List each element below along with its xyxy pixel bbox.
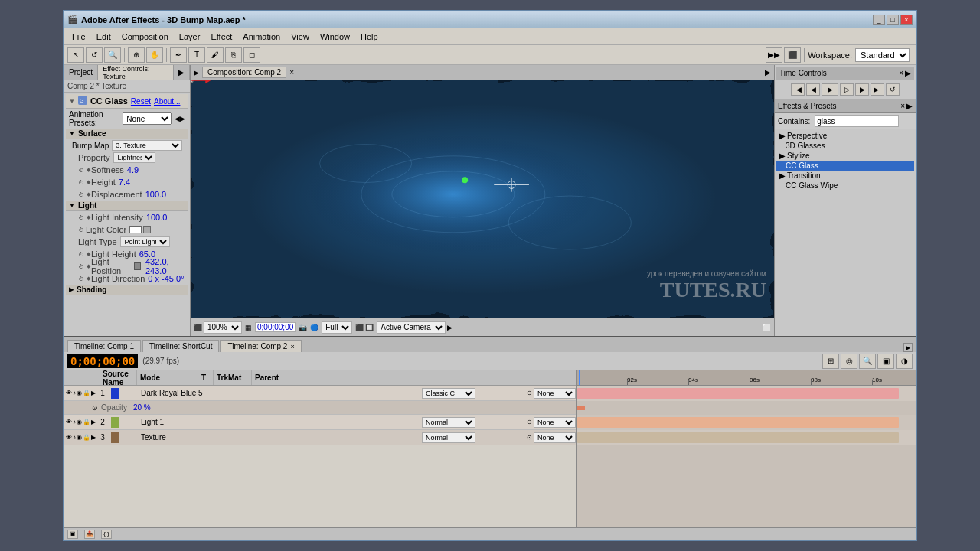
- motion-blur[interactable]: ◑: [896, 354, 913, 369]
- minimize-button[interactable]: _: [873, 15, 885, 25]
- light-intensity-keyframe[interactable]: ◆: [87, 214, 90, 220]
- layer2-expand[interactable]: ▶: [91, 419, 96, 425]
- layer2-mode[interactable]: Normal: [422, 417, 475, 428]
- maximize-button[interactable]: □: [887, 15, 899, 25]
- cc-glass-wipe-item[interactable]: CC Glass Wipe: [776, 181, 914, 191]
- layer1-lock[interactable]: 🔒: [83, 390, 90, 396]
- comp-camera-select[interactable]: Active Camera: [377, 321, 446, 334]
- status-output[interactable]: 📤: [84, 530, 95, 539]
- layer3-eye[interactable]: 👁: [66, 434, 72, 441]
- light-color-swatch-alt[interactable]: [143, 226, 151, 233]
- layer1-mode[interactable]: Classic C: [422, 388, 475, 399]
- comp-panel-icon[interactable]: ▶: [194, 69, 199, 77]
- comp-zoom-select[interactable]: 100%: [204, 321, 242, 334]
- loop-button[interactable]: ↺: [886, 83, 900, 96]
- timeline-shortcut-tab[interactable]: Timeline: ShortCut: [142, 340, 219, 352]
- ram-preview[interactable]: ▶▶: [766, 47, 782, 63]
- height-keyframe[interactable]: ◆: [87, 179, 90, 185]
- opacity-stopwatch[interactable]: ⊙: [92, 404, 98, 412]
- height-value[interactable]: 7.4: [119, 178, 130, 187]
- light-position-value[interactable]: 432.0, 243.0: [145, 257, 185, 276]
- layer1-parent[interactable]: None: [534, 388, 576, 399]
- time-controls-expand[interactable]: ▶: [905, 69, 911, 77]
- output-module[interactable]: ⬛: [784, 47, 801, 63]
- light-dir-stopwatch[interactable]: ⏱: [78, 276, 84, 282]
- layer3-solo[interactable]: ◉: [77, 434, 82, 441]
- layer3-audio[interactable]: ♪: [73, 434, 76, 441]
- height-stopwatch[interactable]: ⏱: [78, 179, 84, 186]
- clone-tool[interactable]: ⎘: [225, 47, 242, 63]
- comp-region-interest[interactable]: ⬜: [763, 324, 771, 331]
- first-frame-button[interactable]: |◀: [791, 83, 805, 96]
- solo-mode[interactable]: ◎: [841, 354, 858, 369]
- timeline-bars[interactable]: 02s 04s 06s 08s 10s: [577, 370, 916, 527]
- layer3-mode[interactable]: Normal: [422, 432, 475, 443]
- bump-map-select[interactable]: 3. Texture: [112, 140, 182, 151]
- light-height-keyframe[interactable]: ◆: [87, 251, 90, 257]
- softness-value[interactable]: 4.9: [127, 165, 139, 174]
- softness-keyframe[interactable]: ◆: [87, 167, 90, 173]
- light-section[interactable]: ▼ Light: [66, 201, 188, 211]
- menu-edit[interactable]: Edit: [92, 31, 116, 43]
- light-pos-stopwatch[interactable]: ⏱: [78, 263, 84, 270]
- time-controls-close[interactable]: ×: [899, 69, 903, 77]
- layer3-lock[interactable]: 🔒: [83, 434, 90, 441]
- light-pos-icon[interactable]: [134, 262, 141, 270]
- timeline-comp2-tab[interactable]: Timeline: Comp 2 ×: [220, 340, 301, 352]
- brush-tool[interactable]: 🖌: [207, 47, 224, 63]
- orbit-tool[interactable]: ⊕: [128, 47, 145, 63]
- layer1-expand[interactable]: ▶: [91, 390, 96, 396]
- layer1-name[interactable]: Dark Royal Blue 5: [141, 389, 422, 397]
- zoom-tool[interactable]: 🔍: [104, 47, 121, 63]
- about-button[interactable]: About...: [154, 97, 180, 106]
- 3d-glasses-item[interactable]: 3D Glasses: [776, 141, 914, 151]
- comp-tab-close[interactable]: ×: [289, 68, 294, 77]
- perspective-category[interactable]: ▶ Perspective: [776, 131, 914, 141]
- displacement-stopwatch[interactable]: ⏱: [78, 191, 84, 198]
- select-tool[interactable]: ↖: [67, 47, 84, 63]
- stylize-category[interactable]: ▶ Stylize: [776, 151, 914, 161]
- comp-show-channel[interactable]: 🔵: [310, 324, 318, 331]
- ram-preview-button[interactable]: ▷: [840, 83, 854, 96]
- comp-snapshot[interactable]: 📷: [299, 324, 307, 331]
- anim-arrows[interactable]: ◀▶: [175, 115, 185, 122]
- menu-window[interactable]: Window: [315, 31, 354, 43]
- light-intensity-stopwatch[interactable]: ⏱: [78, 214, 84, 221]
- timeline-comp1-tab[interactable]: Timeline: Comp 1: [67, 340, 141, 352]
- shading-section[interactable]: ▶ Shading: [66, 285, 188, 295]
- effects-panel-close[interactable]: ×: [900, 102, 905, 110]
- effects-search-input[interactable]: [815, 115, 899, 127]
- layer2-parent[interactable]: None: [534, 417, 576, 428]
- menu-animation[interactable]: Animation: [238, 31, 285, 43]
- comp-tab[interactable]: Composition: Comp 2: [202, 67, 286, 78]
- project-tab[interactable]: Project: [64, 65, 98, 80]
- layer3-expand[interactable]: ▶: [91, 434, 96, 441]
- comp-quality-select[interactable]: Full: [322, 321, 352, 334]
- menu-effect[interactable]: Effect: [206, 31, 237, 43]
- light-intensity-value[interactable]: 100.0: [146, 213, 168, 222]
- eraser-tool[interactable]: ◻: [243, 47, 260, 63]
- comp-resolution-set[interactable]: ▦: [245, 324, 252, 331]
- layer2-solo[interactable]: ◉: [77, 419, 82, 425]
- surface-section[interactable]: ▼ Surface: [66, 129, 188, 139]
- status-render-queue[interactable]: ▣: [67, 530, 78, 539]
- menu-help[interactable]: Help: [356, 31, 383, 43]
- comp-viewport[interactable]: урок переведен и озвучен сайтом TUTES.RU: [191, 80, 774, 318]
- opacity-value[interactable]: 20 %: [133, 403, 151, 412]
- timeline-scroll-right[interactable]: ▶: [903, 343, 913, 352]
- layer2-lock[interactable]: 🔒: [83, 419, 90, 425]
- menu-layer[interactable]: Layer: [175, 31, 205, 43]
- property-select[interactable]: Lightness: [113, 152, 155, 163]
- comp-always-preview[interactable]: ⬛: [194, 324, 202, 331]
- comp-view-options[interactable]: ▶: [447, 324, 452, 331]
- light-color-stopwatch[interactable]: ⏱: [78, 227, 84, 233]
- layer3-bar[interactable]: [577, 432, 899, 443]
- layer2-name[interactable]: Light 1: [141, 418, 422, 426]
- layer3-name[interactable]: Texture: [141, 433, 422, 442]
- layer1-solo[interactable]: ◉: [77, 390, 82, 396]
- light-direction-value[interactable]: 0 x -45.0°: [148, 274, 184, 283]
- layer2-eye[interactable]: 👁: [66, 419, 72, 425]
- effect-controls-tab[interactable]: Effect Controls: Texture: [98, 65, 174, 80]
- close-button[interactable]: ×: [900, 15, 913, 25]
- text-tool[interactable]: T: [188, 47, 205, 63]
